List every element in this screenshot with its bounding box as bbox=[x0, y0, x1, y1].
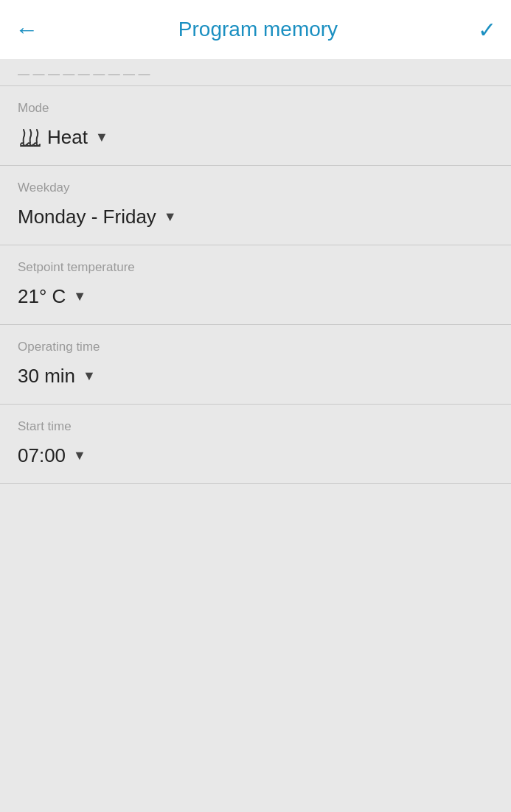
partial-text: — — — — — — — — — bbox=[18, 68, 150, 80]
start-time-label: Start time bbox=[18, 419, 493, 434]
weekday-section: Weekday Monday - Friday ▼ bbox=[0, 166, 511, 245]
mode-label: Mode bbox=[18, 101, 493, 116]
setpoint-value: 21° C bbox=[18, 285, 66, 308]
back-button[interactable]: ← bbox=[15, 16, 38, 43]
start-time-value: 07:00 bbox=[18, 444, 66, 467]
confirm-button[interactable]: ✓ bbox=[478, 17, 496, 43]
heat-icon bbox=[18, 128, 41, 147]
weekday-label: Weekday bbox=[18, 181, 493, 195]
partial-row: — — — — — — — — — bbox=[0, 59, 511, 85]
content-area: — — — — — — — — — Mode bbox=[0, 59, 511, 484]
operating-time-dropdown[interactable]: 30 min ▼ bbox=[18, 365, 493, 388]
page-title: Program memory bbox=[178, 18, 338, 41]
divider-6 bbox=[0, 483, 511, 484]
mode-dropdown[interactable]: Heat ▼ bbox=[18, 126, 493, 149]
weekday-dropdown[interactable]: Monday - Friday ▼ bbox=[18, 206, 493, 228]
setpoint-dropdown[interactable]: 21° C ▼ bbox=[18, 285, 493, 308]
setpoint-section: Setpoint temperature 21° C ▼ bbox=[0, 245, 511, 324]
operating-time-arrow: ▼ bbox=[83, 368, 96, 384]
setpoint-arrow: ▼ bbox=[73, 289, 86, 304]
mode-arrow: ▼ bbox=[95, 130, 108, 145]
app-header: ← Program memory ✓ bbox=[0, 0, 511, 59]
operating-time-label: Operating time bbox=[18, 340, 493, 354]
operating-time-section: Operating time 30 min ▼ bbox=[0, 325, 511, 404]
start-time-arrow: ▼ bbox=[73, 448, 86, 463]
setpoint-label: Setpoint temperature bbox=[18, 260, 493, 275]
weekday-value: Monday - Friday bbox=[18, 206, 156, 228]
mode-value: Heat bbox=[47, 126, 88, 149]
mode-section: Mode Heat ▼ bbox=[0, 86, 511, 165]
start-time-dropdown[interactable]: 07:00 ▼ bbox=[18, 444, 493, 467]
operating-time-value: 30 min bbox=[18, 365, 75, 388]
weekday-arrow: ▼ bbox=[164, 209, 177, 225]
start-time-section: Start time 07:00 ▼ bbox=[0, 405, 511, 483]
